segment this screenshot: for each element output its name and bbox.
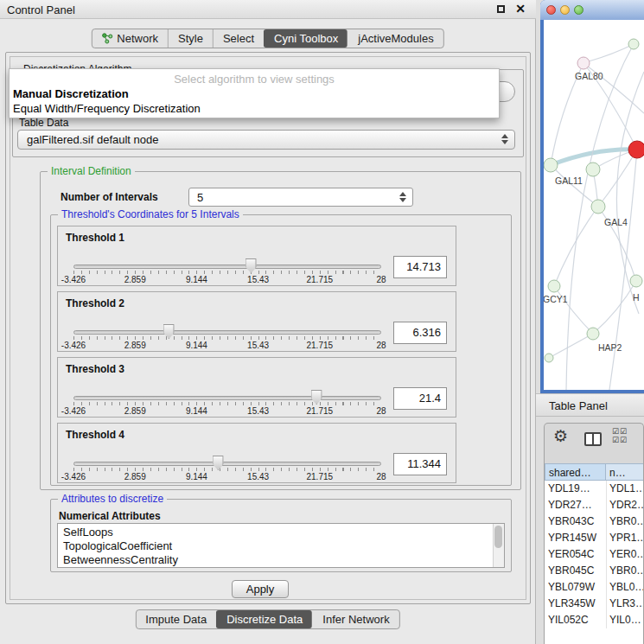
network-canvas[interactable]: GAL80GAL11GAL4GCY1HHAP2 [544,20,644,390]
slider-track[interactable] [73,396,381,400]
list-scrollbar-thumb[interactable] [494,526,502,548]
tab-discretize-data-label: Discretize Data [226,613,303,626]
table-cell-name[interactable]: YIL0… [609,612,644,626]
tab-network-label: Network [117,32,158,45]
tab-style[interactable]: Style [168,29,213,48]
network-node[interactable] [545,354,553,362]
list-scrollbar[interactable] [493,524,504,567]
table-cell-shared-name[interactable]: YLR345W [548,596,605,609]
network-node[interactable] [586,163,600,176]
table-data-combobox[interactable]: galFiltered.sif default node [17,130,515,150]
table-cell-shared-name[interactable]: YDL19… [548,481,605,494]
slider-track[interactable] [73,462,381,466]
tab-select[interactable]: Select [213,29,264,48]
tab-discretize-data[interactable]: Discretize Data [216,610,312,628]
spinner-arrows-icon[interactable] [399,192,406,202]
scale-label: 21.715 [307,472,334,481]
table-row[interactable]: YLR345WYLR3… [545,596,644,612]
network-view-window[interactable]: GAL80GAL11GAL4GCY1HHAP2 [540,0,644,393]
network-node[interactable] [587,328,599,340]
attribute-list-item[interactable]: SelfLoops [58,526,493,539]
table-cell-name[interactable]: YER0… [609,546,644,560]
table-cell-shared-name[interactable]: YIL052C [548,612,605,626]
network-node[interactable] [577,57,590,69]
tab-style-label: Style [178,32,203,45]
tab-cyni-toolbox[interactable]: Cyni Toolbox [264,29,348,48]
threshold-panel: Threshold 2-3.4262.8599.14415.4321.71528… [57,291,456,352]
table-row[interactable]: YBL079WYBL0… [545,579,644,596]
attribute-list-item[interactable]: BetweennessCentrality [58,553,493,567]
table-cell-name[interactable]: YLR3… [609,596,644,609]
table-cell-name[interactable]: YBL0… [609,579,644,593]
threshold-value-field[interactable]: 6.316 [393,322,447,344]
network-node[interactable] [628,141,644,158]
network-node[interactable] [548,280,560,292]
table-cell-shared-name[interactable]: YPR145W [548,530,605,544]
column-header-shared[interactable]: shared… [545,463,606,481]
table-cell-name[interactable]: YDR2… [609,497,644,511]
float-window-icon[interactable] [497,5,505,13]
numerical-attributes-list[interactable]: SelfLoopsTopologicalCoefficientBetweenne… [57,523,505,568]
columns-icon[interactable] [584,432,602,446]
minimize-traffic-light-icon[interactable] [560,5,570,15]
tab-jactivemodules[interactable]: jActiveModules [348,29,443,48]
table-cell-name[interactable]: YBR0… [609,513,644,527]
table-panel-title: Table Panel [549,399,608,412]
control-panel-titlebar: Control Panel ✕ [0,0,536,19]
column-header-name[interactable]: n… [606,463,644,481]
dropdown-option-equal-width-frequency[interactable]: Equal Width/Frequency Discretization [13,102,201,115]
dropdown-option-manual-discretization[interactable]: Manual Discretization [13,87,129,100]
threshold-slider[interactable]: -3.4262.8599.14415.4321.71528 [73,323,381,351]
network-node[interactable] [544,158,558,172]
table-row[interactable]: YPR145WYPR1… [545,530,644,546]
table-row[interactable]: YDR27…YDR2… [545,497,644,513]
scale-label: 28 [376,406,386,416]
table-cell-name[interactable]: YDL1… [609,481,644,494]
network-node[interactable] [591,200,605,214]
attribute-list-item[interactable]: TopologicalCoefficient [58,539,493,553]
threshold-value-field[interactable]: 11.344 [393,453,447,475]
close-icon[interactable]: ✕ [515,2,526,16]
slider-track[interactable] [73,265,381,269]
table-cell-shared-name[interactable]: YBL079W [548,579,605,593]
network-graph: GAL80GAL11GAL4GCY1HHAP2 [544,20,644,390]
threshold-value-field[interactable]: 21.4 [393,387,447,410]
tab-infer-network[interactable]: Infer Network [312,610,399,628]
slider-track[interactable] [73,330,381,335]
table-cell-shared-name[interactable]: YDR27… [548,497,605,511]
table-cell-shared-name[interactable]: YBR045C [548,563,605,577]
network-window-titlebar[interactable] [540,0,644,20]
close-traffic-light-icon[interactable] [546,5,556,15]
gear-icon[interactable]: ⚙ [553,428,568,444]
slider-ticks [73,402,381,405]
table-row[interactable]: YER054CYER0… [545,546,644,563]
table-cell-name[interactable]: YBR0… [609,563,644,577]
tab-infer-network-label: Infer Network [322,613,389,626]
network-node[interactable] [630,275,642,287]
threshold-value-field[interactable]: 14.713 [393,256,447,278]
network-node[interactable] [628,39,639,49]
zoom-traffic-light-icon[interactable] [574,5,583,15]
table-row[interactable]: YBR045CYBR0… [545,563,644,579]
scale-label: 15.43 [247,275,269,284]
threshold-panel: Threshold 1-3.4262.8599.14415.4321.71528… [57,226,456,286]
column-divider [606,513,607,530]
table-cell-shared-name[interactable]: YER054C [548,546,605,560]
table-row[interactable]: YBR043CYBR0… [545,513,644,530]
network-node-label: GAL80 [575,71,603,81]
apply-button[interactable]: Apply [232,580,289,598]
number-of-intervals-spinner[interactable]: 5 [188,188,413,207]
threshold-slider[interactable]: -3.4262.8599.14415.4321.71528 [73,389,381,417]
threshold-slider[interactable]: -3.4262.8599.14415.4321.71528 [73,258,381,285]
network-node-label: GCY1 [544,294,568,304]
tab-impute-data[interactable]: Impute Data [136,610,216,628]
select-columns-checkboxes-icon[interactable]: ☑☑☑☑ [612,427,628,444]
tab-network[interactable]: Network [92,29,168,48]
table-cell-name[interactable]: YPR1… [609,530,644,544]
table-row[interactable]: YDL19…YDL1… [545,481,644,497]
table-rows[interactable]: YDL19…YDL1…YDR27…YDR2…YBR043CYBR0…YPR145… [545,481,644,644]
table-cell-shared-name[interactable]: YBR043C [548,513,605,527]
table-row[interactable]: YIL052CYIL0… [545,612,644,628]
slider-ticks [73,336,381,340]
threshold-slider[interactable]: -3.4262.8599.14415.4321.71528 [73,455,381,482]
